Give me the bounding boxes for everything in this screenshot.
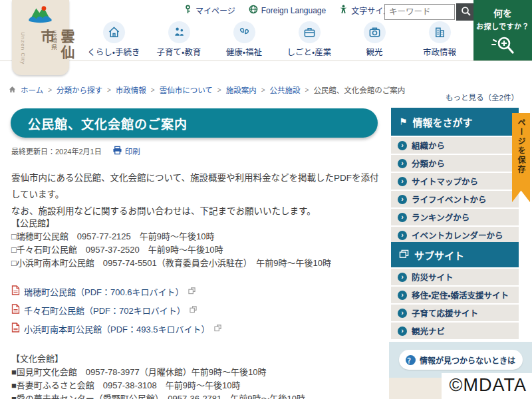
- list-item: ■国見町文化会館 0957-78-3977（月曜休館）午前9時～午後10時: [11, 366, 384, 379]
- logo-city-english: Unzen City: [20, 32, 26, 65]
- breadcrumb-separator: >: [261, 86, 265, 94]
- nav-label: 子育て・教育: [157, 45, 201, 58]
- breadcrumb-separator: >: [151, 86, 155, 94]
- watermark: ©MDATA: [442, 373, 532, 399]
- chevron-right-icon: ›: [398, 327, 407, 336]
- pdf-icon: [11, 323, 20, 335]
- breadcrumb-link-home[interactable]: ホーム: [21, 84, 43, 95]
- find-info-header: ⚑ 情報をさがす: [391, 108, 519, 136]
- chevron-right-icon: ›: [398, 309, 407, 318]
- site-logo[interactable]: 長崎県 雲仙市 Unzen City: [12, 0, 69, 75]
- sidebar-item-ranking[interactable]: › ランキングから: [391, 209, 519, 225]
- sidebar-item-kanko-navi[interactable]: › 観光ナビ: [391, 323, 519, 339]
- breadcrumb-link-shisei[interactable]: 市政情報: [116, 84, 146, 95]
- sidebar-item-sitemap[interactable]: › サイトマップから: [391, 173, 519, 190]
- not-found-label: 情報が見つからないときは: [420, 354, 515, 366]
- breadcrumb: ホーム > 分類から探す > 市政情報 > 雲仙市について > 施設案内 > 公…: [9, 84, 405, 95]
- pdf-row: 瑞穂町公民館（PDF：700.6キロバイト）: [11, 282, 384, 301]
- site-search: [384, 3, 476, 21]
- chevron-right-icon: ›: [398, 231, 407, 240]
- sidebar-item-eventcalendar[interactable]: › イベントカレンダーから: [391, 227, 519, 243]
- sidebar-item-label: 観光ナビ: [412, 325, 445, 337]
- chevron-right-icon: ›: [398, 141, 407, 150]
- sidebar-item-soshiki[interactable]: › 組織から: [391, 137, 519, 154]
- site-header: マイページ Foreign Language 文字サイズ・背景色: [0, 0, 532, 61]
- intro-paragraph: 雲仙市内にある公民館、文化会館について、施設概要や利用料金などを掲載したPDFを…: [11, 170, 381, 219]
- briefcase-icon: [299, 21, 321, 43]
- nav-item-kurashi[interactable]: くらし・手続き: [81, 21, 146, 58]
- breadcrumb-link-kokyo[interactable]: 公共施設: [270, 84, 301, 95]
- external-window-icon: [190, 304, 197, 316]
- pdf-link-chijiwa[interactable]: 千々石町公民館（PDF：702キロバイト）: [24, 304, 186, 317]
- magnifier-plus-icon: [473, 35, 532, 59]
- breadcrumb-link-shisetsu[interactable]: 施設案内: [226, 84, 257, 95]
- sidebar-item-label: 移住・定住・婚活支援サイト: [412, 289, 509, 301]
- subsite-icon: [399, 249, 409, 261]
- more-link[interactable]: もっと見る（全2件）: [391, 92, 519, 102]
- last-updated: 最終更新日：2024年2月1日: [11, 146, 102, 156]
- pdf-link-mizuho[interactable]: 瑞穂町公民館（PDF：700.6キロバイト）: [24, 285, 184, 298]
- search-icon: [461, 6, 471, 19]
- key-icon: [184, 5, 192, 16]
- chevron-right-icon: ›: [398, 177, 407, 186]
- nav-label: くらし・手続き: [87, 45, 140, 58]
- list-item: □瑞穂町公民館 0957-77-2125 午前9時～午後10時: [11, 230, 384, 243]
- kominkan-section: 【公民館】 □瑞穂町公民館 0957-77-2125 午前9時～午後10時 □千…: [11, 217, 384, 270]
- foreign-language-label: Foreign Language: [261, 6, 326, 15]
- nav-item-shisei[interactable]: 市政情報: [407, 21, 472, 58]
- sidebar-item-kosodate-ouen[interactable]: › 子育て応援サイト: [391, 305, 519, 321]
- sidebar-item-bosai[interactable]: › 防災サイト: [391, 269, 519, 285]
- house-icon: [103, 21, 125, 43]
- nav-label: しごと・産業: [287, 45, 332, 58]
- breadcrumb-link-category[interactable]: 分類から探す: [57, 84, 102, 95]
- main-nav: くらし・手続き 子育て・教育 健康・福祉 しごと・産業 観光: [81, 21, 473, 58]
- sidebar-item-iju[interactable]: › 移住・定住・婚活支援サイト: [391, 287, 519, 303]
- building-icon: [429, 21, 451, 43]
- sidebar-item-label: 分類から: [412, 157, 445, 170]
- nav-item-kosodate[interactable]: 子育て・教育: [146, 21, 211, 58]
- foreign-language-link[interactable]: Foreign Language: [249, 5, 326, 16]
- save-page-label: ページを保存: [515, 118, 527, 202]
- flag-icon: ⚑: [399, 116, 408, 127]
- breadcrumb-link-about[interactable]: 雲仙市について: [160, 84, 213, 95]
- subsite-list: › 防災サイト › 移住・定住・婚活支援サイト › 子育て応援サイト › 観光ナ…: [391, 269, 519, 340]
- health-icon: [233, 21, 255, 43]
- list-item: □千々石町公民館 0957-37-2520 午前9時～午後10時: [11, 243, 384, 257]
- kominkan-heading: 【公民館】: [11, 217, 384, 230]
- not-found-panel: ？ 情報が見つからないときは: [389, 342, 532, 378]
- mypage-link[interactable]: マイページ: [184, 5, 235, 16]
- chevron-right-icon: ›: [398, 195, 407, 204]
- breadcrumb-separator: >: [305, 86, 309, 94]
- sidebar-item-label: ライフイベントから: [412, 193, 487, 205]
- nav-item-kenko[interactable]: 健康・福祉: [211, 21, 277, 58]
- list-item: □小浜町南本町公民館 0957-74-5501（教育委員会小浜駐在） 午前9時～…: [11, 257, 384, 270]
- breadcrumb-separator: >: [217, 86, 221, 94]
- bunka-heading: 【文化会館】: [11, 352, 384, 366]
- children-icon: [168, 21, 190, 43]
- pdf-link-list: 瑞穂町公民館（PDF：700.6キロバイト） 千々石町公民館（PDF：702キロ…: [11, 282, 384, 338]
- sidebar-item-bunrui[interactable]: › 分類から: [391, 155, 519, 172]
- pdf-link-obama[interactable]: 小浜町南本町公民館（PDF：493.5キロバイト）: [24, 323, 210, 335]
- nav-item-shigoto[interactable]: しごと・産業: [277, 21, 342, 58]
- print-label: 印刷: [125, 146, 140, 156]
- print-button[interactable]: 印刷: [112, 146, 140, 156]
- nav-item-kanko[interactable]: 観光: [342, 21, 407, 58]
- sidebar-item-lifeevent[interactable]: › ライフイベントから: [391, 191, 519, 207]
- globe-icon: [249, 5, 258, 16]
- page-meta: 最終更新日：2024年2月1日 印刷: [11, 146, 140, 156]
- search-input[interactable]: [384, 4, 455, 20]
- what-are-you-looking-for-button[interactable]: 何を お探しですか？: [473, 0, 532, 61]
- pdf-row: 千々石町公民館（PDF：702キロバイト）: [11, 301, 384, 319]
- question-icon: ？: [406, 355, 416, 365]
- breadcrumb-separator: >: [48, 86, 52, 94]
- breadcrumb-separator: >: [107, 86, 111, 94]
- save-page-ribbon[interactable]: ページを保存: [512, 113, 530, 202]
- pdf-icon: [11, 304, 20, 317]
- list-item: ■吾妻町ふるさと会館 0957-38-3108 午前9時～午後10時: [11, 379, 384, 392]
- nav-label: 観光: [366, 45, 382, 58]
- sidebar-item-label: 組織から: [412, 139, 445, 152]
- list-item: ■愛の夢未来センター（愛野町公民館） 0957-36-2781 午前9時～午後1…: [11, 392, 384, 399]
- not-found-button[interactable]: ？ 情報が見つからないときは: [399, 350, 523, 370]
- external-window-icon: [214, 323, 221, 334]
- chevron-right-icon: ›: [398, 159, 407, 168]
